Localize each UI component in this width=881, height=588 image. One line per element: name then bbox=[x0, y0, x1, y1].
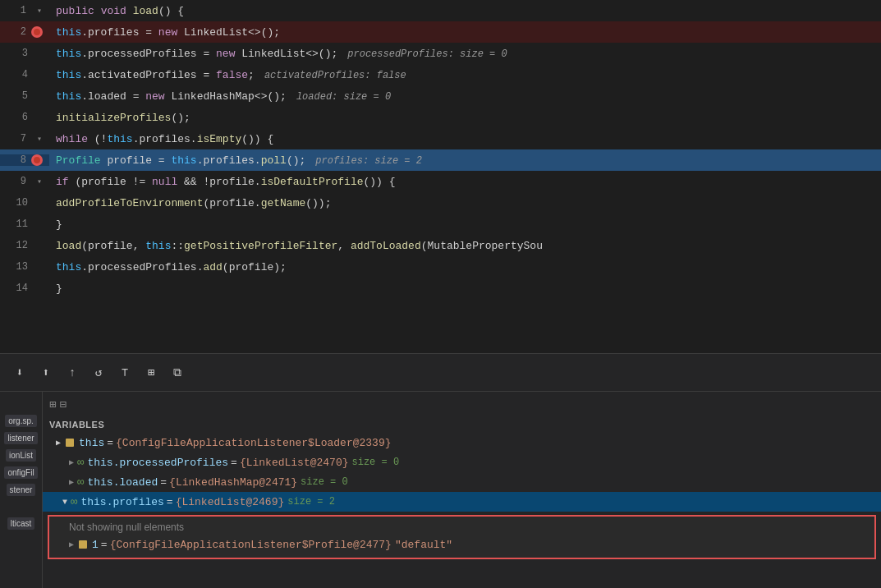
var-value-profiles: {LinkedList@2469} bbox=[176, 496, 285, 508]
var-value-processedprofiles: {LinkedList@2470} bbox=[240, 457, 349, 469]
code-line-3: 3 this.processedProfiles = new LinkedLis… bbox=[0, 43, 881, 64]
tag-ionlist[interactable]: ionList bbox=[6, 449, 36, 462]
code-line-13: 13 this.processedProfiles.add(profile); bbox=[0, 256, 881, 278]
columns-button[interactable]: ⧉ bbox=[167, 363, 187, 383]
content-area: 1 ▾ public void load() { 2 this.profiles… bbox=[0, 0, 881, 588]
expand-arrow-profiles[interactable]: ▼ bbox=[62, 498, 67, 507]
code-line-11: 11 } bbox=[0, 214, 881, 235]
line-number: 3 bbox=[13, 48, 33, 59]
code-line-7: 7 ▾ while (!this.profiles.isEmpty()) { bbox=[0, 128, 881, 149]
variables-panel: org.sp. listener ionList onfigFil stener… bbox=[0, 391, 881, 588]
line-gutter-7: 7 ▾ bbox=[0, 132, 49, 145]
expand-all-button[interactable]: ⊞ bbox=[49, 397, 56, 411]
line-gutter-11: 11 bbox=[0, 218, 49, 230]
code-content-5: this.loaded = new LinkedHashMap<>();load… bbox=[49, 90, 881, 103]
line-number: 12 bbox=[13, 240, 33, 251]
code-content-4: this.activatedProfiles = false;activated… bbox=[49, 69, 881, 81]
code-content-6: initializeProfiles(); bbox=[49, 112, 881, 124]
highlight-section: Not showing null elements ▶ 1 = {ConfigF… bbox=[48, 515, 876, 559]
line-number: 2 bbox=[11, 26, 31, 38]
infinity-icon-processedprofiles: ∞ bbox=[77, 456, 84, 469]
code-content-11: } bbox=[49, 218, 881, 231]
line-number: 11 bbox=[13, 218, 33, 230]
var-name-processedprofiles: this.processedProfiles bbox=[87, 457, 228, 469]
var-value-this: {ConfigFileApplicationListener$Loader@23… bbox=[116, 437, 391, 449]
line-number: 4 bbox=[13, 69, 33, 80]
var-name-loaded: this.loaded bbox=[87, 476, 158, 489]
fold-icon-7[interactable]: ▾ bbox=[33, 132, 46, 145]
code-line-8: 8 Profile profile = this.profiles.poll()… bbox=[0, 149, 881, 171]
tag-stener[interactable]: stener bbox=[7, 484, 36, 496]
restore-button[interactable]: ↺ bbox=[89, 363, 108, 383]
breakpoint-dot[interactable] bbox=[31, 26, 43, 38]
code-content-9: if (profile != null && !profile.isDefaul… bbox=[49, 176, 881, 188]
line-gutter-10: 10 bbox=[0, 197, 49, 209]
var-meta-loaded: size = 0 bbox=[301, 476, 348, 488]
code-content-8: Profile profile = this.profiles.poll();p… bbox=[49, 154, 881, 167]
expand-arrow-this[interactable]: ▶ bbox=[56, 438, 61, 448]
breakpoint-dot-8[interactable] bbox=[31, 154, 43, 166]
var-item-loaded[interactable]: ▶ ∞ this.loaded = {LinkedHashMap@2471} s… bbox=[43, 472, 881, 492]
line-number: 10 bbox=[13, 197, 33, 209]
line-gutter-6: 6 bbox=[0, 112, 49, 123]
grid-button[interactable]: ⊞ bbox=[141, 363, 161, 383]
field-icon-element-1 bbox=[77, 539, 89, 550]
debug-toolbar: ⬇ ⬆ ↑ ↺ ⊤ ⊞ ⧉ bbox=[0, 353, 881, 391]
var-item-profiles[interactable]: ▼ ∞ this.profiles = {LinkedList@2469} si… bbox=[43, 492, 881, 512]
code-content-10: addProfileToEnvironment(profile.getName(… bbox=[49, 197, 881, 209]
line-gutter-8: 8 bbox=[0, 154, 49, 166]
var-name-this: this bbox=[79, 437, 104, 449]
code-content-7: while (!this.profiles.isEmpty()) { bbox=[49, 133, 881, 145]
fold-icon-9[interactable]: ▾ bbox=[33, 175, 46, 188]
tag-org-sp[interactable]: org.sp. bbox=[5, 415, 37, 427]
variables-left-sidebar: org.sp. listener ionList onfigFil stener… bbox=[0, 392, 43, 588]
expand-arrow-element-1[interactable]: ▶ bbox=[69, 540, 74, 549]
tag-configfil[interactable]: onfigFil bbox=[4, 466, 37, 479]
line-number: 5 bbox=[13, 90, 33, 102]
var-meta-processedprofiles: size = 0 bbox=[352, 457, 400, 468]
var-item-processedprofiles[interactable]: ▶ ∞ this.processedProfiles = {LinkedList… bbox=[43, 452, 881, 472]
element-value: {ConfigFileApplicationListener$Profile@2… bbox=[110, 539, 392, 551]
variables-main: ⊞ ⊟ Variables ▶ this = {Co bbox=[43, 392, 881, 588]
infinity-icon-profiles: ∞ bbox=[71, 495, 77, 508]
not-showing-null: Not showing null elements bbox=[49, 520, 874, 535]
line-gutter-12: 12 bbox=[0, 240, 49, 251]
arrow-up-button[interactable]: ↑ bbox=[62, 363, 82, 383]
var-name-profiles: this.profiles bbox=[80, 496, 163, 508]
line-number: 6 bbox=[13, 112, 33, 123]
variables-controls: ⊞ ⊟ bbox=[43, 392, 881, 416]
ide-window: 1 ▾ public void load() { 2 this.profiles… bbox=[0, 0, 881, 588]
infinity-icon-loaded: ∞ bbox=[77, 475, 84, 489]
var-item-element-1[interactable]: ▶ 1 = {ConfigFileApplicationListener$Pro… bbox=[49, 535, 874, 554]
code-content-12: load(profile, this::getPositiveProfileFi… bbox=[49, 240, 881, 252]
field-icon-this bbox=[64, 437, 76, 448]
code-line-14: 14 } bbox=[0, 278, 881, 299]
line-gutter-2: 2 bbox=[0, 26, 49, 38]
tag-lticast[interactable]: lticast bbox=[7, 517, 35, 530]
line-number: 9 bbox=[11, 176, 31, 187]
line-number: 8 bbox=[11, 154, 31, 166]
line-number: 1 bbox=[11, 5, 31, 16]
line-gutter-13: 13 bbox=[0, 261, 49, 273]
tag-listener[interactable]: listener bbox=[4, 432, 37, 444]
variables-panel-header: Variables bbox=[43, 416, 881, 433]
line-number: 7 bbox=[11, 133, 31, 145]
code-line-2: 2 this.profiles = new LinkedList<>(); bbox=[0, 21, 881, 43]
step-out-button[interactable]: ⬆ bbox=[36, 363, 56, 383]
step-over-button[interactable]: ⬇ bbox=[10, 363, 30, 383]
line-number: 13 bbox=[13, 261, 33, 273]
line-gutter-9: 9 ▾ bbox=[0, 175, 49, 188]
code-content-14: } bbox=[49, 283, 881, 295]
code-line-9: 9 ▾ if (profile != null && !profile.isDe… bbox=[0, 171, 881, 192]
code-line-12: 12 load(profile, this::getPositiveProfil… bbox=[0, 235, 881, 256]
code-line-5: 5 this.loaded = new LinkedHashMap<>();lo… bbox=[0, 85, 881, 107]
expand-arrow-loaded[interactable]: ▶ bbox=[69, 477, 74, 487]
fold-icon[interactable]: ▾ bbox=[33, 4, 46, 17]
collapse-all-button[interactable]: ⊟ bbox=[59, 397, 66, 411]
expand-arrow-processedprofiles[interactable]: ▶ bbox=[69, 457, 74, 467]
line-number: 14 bbox=[13, 283, 33, 294]
filter-button[interactable]: ⊤ bbox=[115, 363, 135, 383]
var-meta-profiles: size = 2 bbox=[287, 496, 335, 508]
line-gutter-5: 5 bbox=[0, 90, 49, 102]
var-item-this[interactable]: ▶ this = {ConfigFileApplicationListener$… bbox=[43, 433, 881, 452]
